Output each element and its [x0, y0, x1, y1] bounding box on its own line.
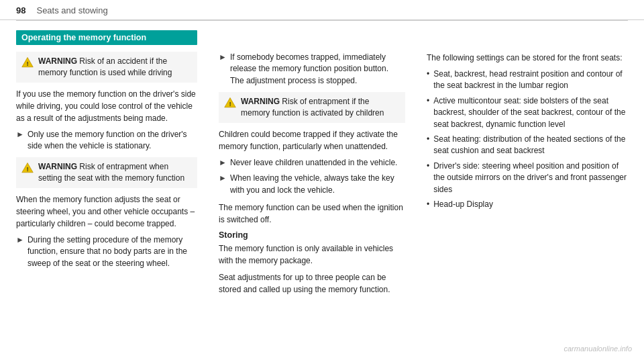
- list-item-text: Driver's side: steering wheel position a…: [433, 161, 628, 195]
- list-item-text: Seat heating: distribution of the heated…: [433, 134, 628, 157]
- content-area: Operating the memory function ! WARNING …: [0, 21, 644, 310]
- arrow-m1: ►: [219, 52, 227, 62]
- body-text-m3: The memory function is only available in…: [219, 242, 405, 267]
- bullet-text-1: Only use the memory function on the driv…: [28, 129, 197, 152]
- bullet-text-2: During the setting procedure of the memo…: [28, 234, 197, 269]
- body-text-2: When the memory function adjusts the sea…: [16, 193, 197, 230]
- bullet-text-m2: Never leave children unattended in the v…: [230, 157, 398, 169]
- list-item: Driver's side: steering wheel position a…: [427, 161, 628, 195]
- warning-icon-1: !: [21, 56, 34, 69]
- warning-icon-m1: !: [224, 97, 236, 109]
- body-text-m2: The memory function can be used when the…: [219, 202, 405, 226]
- arrow-m3: ►: [219, 173, 227, 183]
- right-column: The following settings can be stored for…: [416, 21, 644, 310]
- left-column: Operating the memory function ! WARNING …: [0, 21, 208, 310]
- page-header: 98 Seats and stowing: [0, 0, 644, 20]
- warning-label-2: WARNING: [38, 162, 77, 171]
- list-item-text: Seat, backrest, head restraint position …: [433, 69, 628, 92]
- page-number: 98: [16, 5, 25, 15]
- arrow-m2: ►: [219, 158, 227, 167]
- body-text-1: If you use the memory function on the dr…: [16, 88, 197, 124]
- storing-title: Storing: [219, 230, 405, 240]
- bullet-text-m1: If somebody becomes trapped, immediately…: [230, 52, 405, 87]
- page-title: Seats and stowing: [36, 5, 107, 15]
- svg-text:!: !: [27, 167, 29, 173]
- bullet-item-1: ► Only use the memory function on the dr…: [16, 129, 197, 152]
- warning-text-m1: WARNING Risk of entrapment if the memory…: [241, 96, 400, 119]
- body-text-m4: Seat adjustments for up to three people …: [219, 271, 405, 296]
- svg-text:!: !: [27, 61, 29, 67]
- list-item: Active multicontour seat: side bolsters …: [427, 95, 628, 130]
- bullet-item-m2: ► Never leave children unattended in the…: [219, 157, 405, 169]
- svg-text:!: !: [229, 101, 231, 107]
- warning-label-m1: WARNING: [241, 97, 280, 106]
- warning-icon-2: !: [21, 162, 34, 174]
- warning-box-2: ! WARNING Risk of entrapment when settin…: [16, 157, 197, 188]
- warning-text-2: WARNING Risk of entrapment when setting …: [38, 161, 192, 184]
- arrow-2: ►: [16, 235, 24, 244]
- list-item: Seat heating: distribution of the heated…: [427, 134, 628, 157]
- watermark: carmanualonline.info: [564, 345, 632, 353]
- warning-label-1: WARNING: [38, 56, 77, 66]
- section-header: Operating the memory function: [16, 30, 197, 45]
- settings-list: Seat, backrest, head restraint position …: [427, 69, 628, 210]
- right-intro: The following settings can be stored for…: [427, 52, 628, 64]
- warning-text-1: WARNING Risk of an accident if the memor…: [38, 56, 192, 79]
- bullet-item-2: ► During the setting procedure of the me…: [16, 234, 197, 269]
- bullet-text-m3: When leaving the vehicle, always take th…: [230, 173, 405, 196]
- warning-box-m1: ! WARNING Risk of entrapment if the memo…: [219, 92, 405, 123]
- list-item-text: Active multicontour seat: side bolsters …: [433, 95, 628, 130]
- list-item: Head-up Display: [427, 199, 628, 210]
- body-text-m1: Children could become trapped if they ac…: [219, 128, 405, 152]
- middle-column: ► If somebody becomes trapped, immediate…: [208, 21, 416, 310]
- warning-box-1: ! WARNING Risk of an accident if the mem…: [16, 52, 197, 83]
- list-item: Seat, backrest, head restraint position …: [427, 69, 628, 92]
- arrow-1: ►: [16, 130, 24, 139]
- list-item-text: Head-up Display: [433, 199, 493, 210]
- bullet-item-m3: ► When leaving the vehicle, always take …: [219, 173, 405, 196]
- bullet-item-m1: ► If somebody becomes trapped, immediate…: [219, 52, 405, 87]
